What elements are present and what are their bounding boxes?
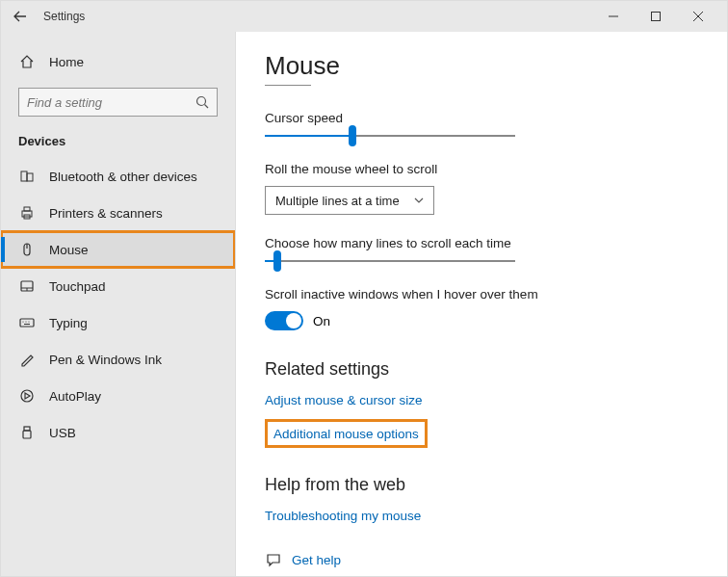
chat-icon xyxy=(265,552,282,567)
touchpad-icon xyxy=(18,278,36,294)
related-settings-heading: Related settings xyxy=(265,359,698,380)
title-divider xyxy=(265,85,311,86)
cursor-speed-slider[interactable] xyxy=(265,135,515,137)
maximize-icon xyxy=(651,12,661,21)
svg-point-2 xyxy=(197,97,206,106)
chevron-down-icon xyxy=(414,197,424,203)
search-field[interactable] xyxy=(27,95,195,110)
sidebar-item-autoplay[interactable]: AutoPlay xyxy=(1,378,235,414)
minimize-button[interactable] xyxy=(592,1,635,32)
svg-point-19 xyxy=(21,390,33,402)
svg-point-16 xyxy=(25,321,26,322)
close-button[interactable] xyxy=(677,1,719,32)
scroll-wheel-label: Roll the mouse wheel to scroll xyxy=(265,162,698,176)
sidebar-item-label: Printers & scanners xyxy=(49,206,163,221)
svg-rect-7 xyxy=(24,207,30,211)
svg-point-17 xyxy=(28,321,29,322)
sidebar: Home Devices Bluetooth & other devices P… xyxy=(1,32,236,576)
titlebar-title: Settings xyxy=(43,10,85,23)
sidebar-item-pen[interactable]: Pen & Windows Ink xyxy=(1,341,235,378)
inactive-windows-label: Scroll inactive windows when I hover ove… xyxy=(265,287,698,302)
cursor-speed-label: Cursor speed xyxy=(265,111,698,125)
printer-icon xyxy=(18,205,36,221)
usb-icon xyxy=(18,425,36,440)
sidebar-item-touchpad[interactable]: Touchpad xyxy=(1,268,235,304)
slider-thumb[interactable] xyxy=(273,250,281,272)
sidebar-item-label: Touchpad xyxy=(49,279,106,294)
svg-line-3 xyxy=(205,105,209,109)
link-adjust-cursor-size[interactable]: Adjust mouse & cursor size xyxy=(265,393,423,407)
sidebar-item-usb[interactable]: USB xyxy=(1,414,235,451)
svg-rect-5 xyxy=(27,173,33,181)
sidebar-item-label: AutoPlay xyxy=(49,389,101,404)
home-link[interactable]: Home xyxy=(1,43,235,80)
bluetooth-icon xyxy=(18,169,36,184)
titlebar: Settings xyxy=(1,1,727,32)
content-area: Mouse Cursor speed Roll the mouse wheel … xyxy=(236,32,727,576)
pen-icon xyxy=(18,352,36,367)
svg-rect-4 xyxy=(21,171,27,181)
slider-thumb[interactable] xyxy=(349,125,356,146)
home-label: Home xyxy=(49,55,84,69)
back-arrow-icon xyxy=(13,10,27,23)
get-help-label: Get help xyxy=(292,553,341,567)
link-troubleshoot-mouse[interactable]: Troubleshooting my mouse xyxy=(265,509,421,523)
inactive-windows-toggle[interactable] xyxy=(265,311,303,330)
svg-rect-20 xyxy=(24,427,30,431)
lines-slider[interactable] xyxy=(265,260,515,262)
sidebar-item-label: Bluetooth & other devices xyxy=(49,170,197,184)
search-input[interactable] xyxy=(18,88,218,117)
keyboard-icon xyxy=(18,315,36,330)
sidebar-item-label: Typing xyxy=(49,316,88,330)
sidebar-item-typing[interactable]: Typing xyxy=(1,304,235,341)
link-additional-mouse-options[interactable]: Additional mouse options xyxy=(265,419,428,448)
sidebar-item-label: Mouse xyxy=(49,243,89,257)
category-heading: Devices xyxy=(1,128,235,158)
dropdown-value: Multiple lines at a time xyxy=(275,194,414,208)
svg-rect-1 xyxy=(652,13,661,21)
sidebar-item-label: Pen & Windows Ink xyxy=(49,353,162,367)
svg-rect-21 xyxy=(23,431,31,438)
svg-rect-14 xyxy=(20,319,34,327)
lines-label: Choose how many lines to scroll each tim… xyxy=(265,236,698,250)
sidebar-item-printers[interactable]: Printers & scanners xyxy=(1,195,235,231)
home-icon xyxy=(18,54,36,69)
sidebar-item-mouse[interactable]: Mouse xyxy=(1,231,235,268)
autoplay-icon xyxy=(18,388,36,404)
help-heading: Help from the web xyxy=(265,475,698,495)
sidebar-item-bluetooth[interactable]: Bluetooth & other devices xyxy=(1,158,235,195)
page-title: Mouse xyxy=(265,51,698,81)
toggle-state-label: On xyxy=(313,314,330,328)
back-button[interactable] xyxy=(9,5,32,28)
minimize-icon xyxy=(609,12,618,21)
mouse-icon xyxy=(18,242,36,257)
search-icon xyxy=(195,95,209,109)
sidebar-item-label: USB xyxy=(49,426,76,440)
scroll-wheel-dropdown[interactable]: Multiple lines at a time xyxy=(265,186,434,215)
get-help-link[interactable]: Get help xyxy=(265,552,698,567)
svg-point-15 xyxy=(22,321,23,322)
close-icon xyxy=(693,12,703,21)
maximize-button[interactable] xyxy=(635,1,677,32)
